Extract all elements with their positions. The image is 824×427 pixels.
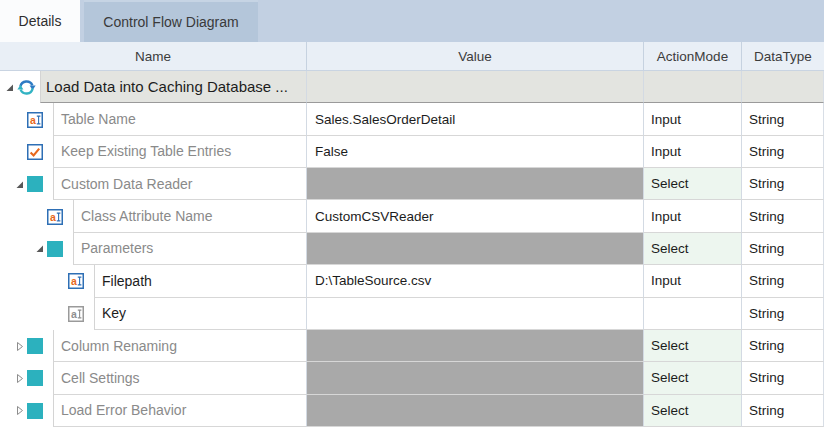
- value-cell[interactable]: CustomCSVReader: [306, 200, 643, 232]
- property-row-column-renaming[interactable]: Column RenamingSelectString: [0, 330, 824, 362]
- property-row-keep-existing-table-entries[interactable]: Keep Existing Table EntriesFalseInputStr…: [0, 136, 824, 168]
- property-row-class-attribute-name[interactable]: aClass Attribute NameCustomCSVReaderInpu…: [0, 200, 824, 232]
- property-name-label: Key: [102, 305, 126, 321]
- property-name-label: Load Data into Caching Database ...: [46, 78, 288, 95]
- name-cell: Cell Settings: [53, 362, 306, 394]
- value-text: D:\TableSource.csv: [315, 273, 431, 288]
- tree-indent-gutter: [0, 233, 73, 265]
- property-name-label: Custom Data Reader: [61, 176, 193, 192]
- tree-indent-gutter: [0, 71, 40, 103]
- actionmode-cell[interactable]: Input: [643, 136, 741, 168]
- name-cell: Load Error Behavior: [53, 395, 306, 427]
- expander-expanded-icon[interactable]: [4, 82, 15, 93]
- datatype-cell: String: [741, 103, 824, 135]
- property-name-label: Table Name: [61, 111, 136, 127]
- expander-expanded-icon[interactable]: [14, 179, 25, 190]
- actionmode-cell[interactable]: Select: [643, 395, 741, 427]
- column-header-value[interactable]: Value: [306, 42, 643, 70]
- tab-details[interactable]: Details: [0, 0, 80, 42]
- datatype-cell: String: [741, 168, 824, 200]
- text-attribute-icon: a: [68, 273, 84, 289]
- name-cell: Table Name: [53, 103, 306, 135]
- datatype-text: String: [749, 176, 784, 191]
- group-icon: [27, 370, 43, 386]
- tree-indent-gutter: a: [0, 200, 73, 232]
- name-cell: Column Renaming: [53, 330, 306, 362]
- expander-collapsed-icon[interactable]: [14, 405, 25, 416]
- tree-indent-gutter: a: [0, 103, 53, 135]
- tab-details-label: Details: [19, 13, 62, 29]
- value-cell[interactable]: False: [306, 136, 643, 168]
- tree-indent-gutter: a: [0, 265, 94, 297]
- column-header-datatype[interactable]: DataType: [741, 42, 824, 70]
- step-row-load-data-into-caching-database[interactable]: Load Data into Caching Database ...: [0, 71, 824, 103]
- datatype-cell: String: [741, 362, 824, 394]
- actionmode-text: Select: [651, 370, 689, 385]
- actionmode-cell[interactable]: Select: [643, 233, 741, 265]
- property-row-cell-settings[interactable]: Cell SettingsSelectString: [0, 362, 824, 394]
- value-cell: [306, 298, 643, 330]
- expander-expanded-icon[interactable]: [34, 243, 45, 254]
- tree-indent-gutter: a: [0, 298, 94, 330]
- datatype-cell: String: [741, 298, 824, 330]
- value-cell[interactable]: D:\TableSource.csv: [306, 265, 643, 297]
- expander-collapsed-icon[interactable]: [14, 341, 25, 352]
- expander-collapsed-icon[interactable]: [14, 373, 25, 384]
- svg-text:a: a: [71, 307, 77, 319]
- property-name-label: Class Attribute Name: [81, 208, 213, 224]
- column-header-actionmode[interactable]: ActionMode: [643, 42, 741, 70]
- svg-text:a: a: [71, 275, 77, 287]
- actionmode-cell[interactable]: Select: [643, 168, 741, 200]
- actionmode-cell[interactable]: Input: [643, 265, 741, 297]
- text-attribute-disabled-icon: a: [68, 306, 84, 322]
- property-row-filepath[interactable]: aFilepathD:\TableSource.csvInputString: [0, 265, 824, 297]
- tree-indent-gutter: [0, 330, 53, 362]
- actionmode-cell[interactable]: Select: [643, 362, 741, 394]
- checkbox-checked-icon: [27, 144, 43, 160]
- value-cell[interactable]: Sales.SalesOrderDetail: [306, 103, 643, 135]
- column-header-name[interactable]: Name: [0, 42, 306, 70]
- property-row-custom-data-reader[interactable]: Custom Data ReaderSelectString: [0, 168, 824, 200]
- property-row-parameters[interactable]: ParametersSelectString: [0, 233, 824, 265]
- value-text: False: [315, 144, 348, 159]
- tab-control-flow-diagram-label: Control Flow Diagram: [103, 14, 238, 30]
- actionmode-cell[interactable]: Input: [643, 200, 741, 232]
- value-cell: [306, 71, 643, 103]
- group-icon: [27, 338, 43, 354]
- tab-control-flow-diagram[interactable]: Control Flow Diagram: [84, 0, 258, 42]
- tab-bar: Details Control Flow Diagram: [0, 0, 824, 42]
- datatype-text: String: [749, 112, 784, 127]
- actionmode-text: Input: [651, 209, 681, 224]
- datatype-text: String: [749, 273, 784, 288]
- property-row-key[interactable]: aKeyString: [0, 298, 824, 330]
- actionmode-text: Input: [651, 273, 681, 288]
- datatype-cell: String: [741, 200, 824, 232]
- grid-body: Load Data into Caching Database ...aTabl…: [0, 71, 824, 427]
- actionmode-cell[interactable]: Input: [643, 103, 741, 135]
- datatype-text: String: [749, 241, 784, 256]
- value-cell: [306, 395, 643, 427]
- property-row-table-name[interactable]: aTable NameSales.SalesOrderDetailInputSt…: [0, 103, 824, 135]
- value-text: Sales.SalesOrderDetail: [315, 112, 455, 127]
- group-icon: [27, 403, 43, 419]
- value-text: CustomCSVReader: [315, 209, 434, 224]
- property-name-label: Load Error Behavior: [61, 402, 186, 418]
- property-name-label: Keep Existing Table Entries: [61, 143, 231, 159]
- name-cell: Parameters: [73, 233, 306, 265]
- property-row-load-error-behavior[interactable]: Load Error BehaviorSelectString: [0, 395, 824, 427]
- value-cell: [306, 330, 643, 362]
- tree-indent-gutter: [0, 136, 53, 168]
- actionmode-cell[interactable]: Select: [643, 330, 741, 362]
- actionmode-text: Select: [651, 176, 689, 191]
- properties-grid: Name Value ActionMode DataType Load Data…: [0, 42, 824, 427]
- actionmode-text: Select: [651, 403, 689, 418]
- value-cell: [306, 168, 643, 200]
- svg-text:a: a: [30, 113, 36, 125]
- actionmode-cell: [643, 71, 741, 103]
- actionmode-text: Select: [651, 338, 689, 353]
- group-icon: [47, 241, 63, 257]
- tree-indent-gutter: [0, 168, 53, 200]
- datatype-text: String: [749, 338, 784, 353]
- tree-indent-gutter: [0, 362, 53, 394]
- actionmode-text: Select: [651, 241, 689, 256]
